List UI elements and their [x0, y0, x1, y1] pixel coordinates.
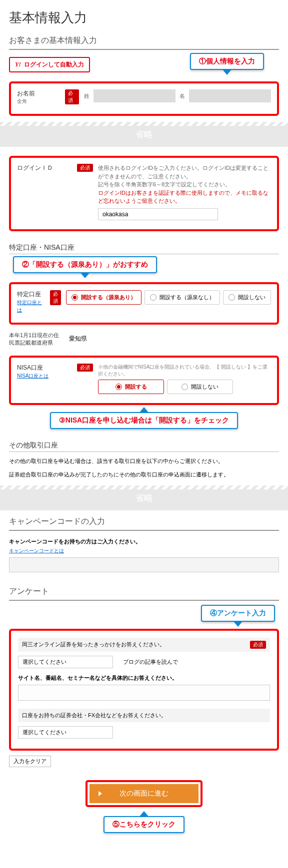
other-text-2: 証券総合取引口座の申込みが完了したのちにその他の取引口座の申込画面に遷移します。: [9, 470, 279, 479]
survey-q3-select[interactable]: 選択してください: [18, 726, 113, 739]
survey-highlight: 岡三オンライン証券を知ったきっかけをお答えください。 必須 選択してください ブ…: [9, 629, 279, 751]
sei-label: 姓: [84, 92, 90, 100]
survey-q1-select[interactable]: 選択してください: [18, 656, 113, 668]
tokutei-option-none[interactable]: 開設しない: [223, 290, 271, 305]
section-tokutei-heading: 特定口座・NISA口座: [9, 243, 279, 254]
first-name-input[interactable]: [189, 89, 271, 102]
callout-2: ②「開設する（源泉あり）」がおすすめ: [13, 256, 157, 273]
callout-4: ④アンケート入力: [201, 605, 275, 622]
tokutei-option-gensen-ari[interactable]: 開設する（源泉あり）: [66, 290, 142, 305]
pref-label: 本年1月1日現在の住民票記載都道府県: [9, 332, 64, 347]
survey-q2-input[interactable]: [18, 685, 270, 701]
login-id-input[interactable]: [98, 208, 218, 220]
required-badge: 必須: [50, 290, 61, 305]
omitted-section-2: 省略: [0, 485, 288, 510]
required-badge: 必須: [250, 641, 266, 649]
nisa-option-open[interactable]: 開設する: [98, 380, 164, 394]
campaign-link[interactable]: キャンペーンコードとは: [9, 548, 64, 553]
next-button[interactable]: 次の画面に進む: [90, 784, 198, 803]
next-button-highlight: 次の画面に進む: [86, 780, 202, 807]
section-other-heading: その他取引口座: [9, 441, 279, 452]
campaign-text: キャンペーンコードをお持ちの方はご入力ください。: [9, 538, 279, 545]
name-sublabel: 全角: [17, 98, 60, 105]
login-id-highlight: ログインＩＤ 必須 使用されるログインIDをご入力ください。ログインIDは変更す…: [9, 156, 279, 231]
tokutei-link[interactable]: 特定口座とは: [17, 300, 42, 313]
name-label: お名前: [17, 89, 60, 98]
yahoo-icon: Y!: [15, 61, 21, 68]
clear-button[interactable]: 入力をクリア: [9, 756, 51, 767]
survey-q1: 岡三オンライン証券を知ったきっかけをお答えください。: [22, 641, 165, 648]
nisa-highlight: NISA口座 NISA口座とは 必須 ※他の金融機関でNISA口座を開設されてい…: [9, 356, 279, 405]
survey-q1-inline: ブログの記事を読んで: [123, 659, 178, 665]
nisa-note: ※他の金融機関でNISA口座を開設されている場合、【 開設しない 】をご選択くだ…: [98, 364, 271, 378]
callout-5: ⑤こちらをクリック: [104, 816, 184, 833]
nisa-link[interactable]: NISA口座とは: [17, 373, 48, 379]
other-text-1: その他の取引口座を申込む場合は、該当する取引口座を以下の中からご選択ください。: [9, 457, 279, 466]
callout-1: ①個人情報を入力: [190, 53, 264, 70]
nisa-option-none[interactable]: 開設しない: [167, 380, 233, 394]
survey-q3: 口座をお持ちの証券会社・FX会社などをお答えください。: [22, 712, 166, 719]
section-basic-heading: お客さまの基本情報入力: [9, 35, 279, 50]
tokutei-label: 特定口座: [17, 290, 45, 299]
tokutei-option-gensen-nashi[interactable]: 開設する（源泉なし）: [144, 290, 220, 305]
campaign-code-input[interactable]: [9, 557, 279, 572]
login-id-desc2: 記号を除く半角英数字6～8文字で設定してください。: [98, 180, 271, 189]
last-name-input[interactable]: [94, 89, 176, 102]
nisa-label: NISA口座: [17, 364, 72, 372]
section-survey-heading: アンケート: [9, 586, 279, 601]
required-badge: 必須: [77, 164, 93, 172]
omitted-section: 省略: [0, 122, 288, 147]
required-badge: 必須: [65, 89, 79, 104]
login-id-label: ログインＩＤ: [17, 164, 72, 172]
yahoo-login-button[interactable]: Y!ログインして自動入力: [9, 57, 90, 72]
mei-label: 名: [180, 92, 185, 100]
tokutei-highlight: 特定口座 特定口座とは 必須 開設する（源泉あり） 開設する（源泉なし） 開設し…: [9, 282, 279, 325]
login-id-warning: ログインIDはお客さまを認証する際に使用しますので、メモに取るなど忘れないようご…: [98, 189, 271, 205]
required-badge: 必須: [77, 364, 93, 372]
section-campaign-heading: キャンペーンコードの入力: [9, 516, 279, 531]
pref-value: 愛知県: [69, 335, 87, 343]
basic-info-highlight: お名前 全角 必須 姓 名: [9, 81, 279, 116]
page-title: 基本情報入力: [9, 9, 279, 26]
survey-q2: サイト名、番組名、セミナー名などを具体的にお答えください。: [18, 674, 270, 682]
login-id-desc1: 使用されるログインIDをご入力ください。ログインIDは変更することができませんの…: [98, 164, 271, 180]
callout-3: ③NISA口座を申し込む場合は「開設する」をチェック: [50, 412, 238, 429]
